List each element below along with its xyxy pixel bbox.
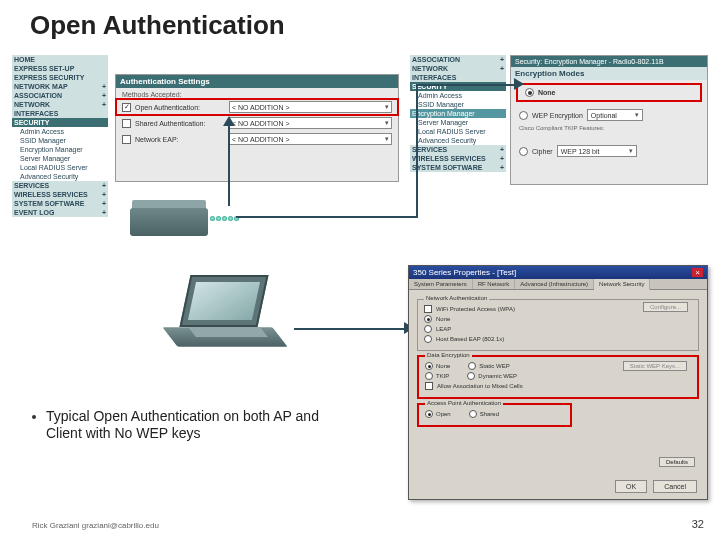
enc-cipher-select[interactable]: WEP 128 bit▾ bbox=[557, 145, 637, 157]
nav-item[interactable]: Server Manager bbox=[410, 118, 506, 127]
radio-icon[interactable] bbox=[425, 362, 433, 370]
enc-wep-select[interactable]: Optional▾ bbox=[587, 109, 643, 121]
option-label: None bbox=[436, 363, 450, 369]
auth-method-row[interactable]: ✓Open Authentication:< NO ADDITION >▾ bbox=[116, 99, 398, 115]
checkbox-icon[interactable] bbox=[425, 382, 433, 390]
dialog-titlebar: 350 Series Properties - [Test] × bbox=[409, 266, 707, 279]
checkbox-icon[interactable] bbox=[424, 305, 432, 313]
checkbox-icon[interactable] bbox=[122, 119, 131, 128]
enc-cipher-row[interactable]: Cipher WEP 128 bit▾ bbox=[511, 141, 707, 161]
auth-method-select[interactable]: < NO ADDITION >▾ bbox=[229, 133, 392, 145]
nav-item[interactable]: Local RADIUS Server bbox=[12, 163, 108, 172]
auth-method-select[interactable]: < NO ADDITION >▾ bbox=[229, 101, 392, 113]
nav-item[interactable]: WIRELESS SERVICES+ bbox=[12, 190, 108, 199]
configure-button[interactable]: Configure... bbox=[643, 302, 688, 312]
checkbox-icon[interactable]: ✓ bbox=[122, 103, 131, 112]
nav-item[interactable]: Encryption Manager bbox=[12, 145, 108, 154]
nav-item[interactable]: SYSTEM SOFTWARE+ bbox=[410, 163, 506, 172]
defaults-button[interactable]: Defaults bbox=[659, 457, 695, 467]
nav-item[interactable]: INTERFACES bbox=[410, 73, 506, 82]
nav-item[interactable]: Server Manager bbox=[12, 154, 108, 163]
radio-icon[interactable] bbox=[424, 315, 432, 323]
auth-method-row[interactable]: Network EAP:< NO ADDITION >▾ bbox=[116, 131, 398, 147]
tab-network-security[interactable]: Network Security bbox=[594, 279, 650, 290]
nav-item[interactable]: SECURITY bbox=[12, 118, 108, 127]
checkbox-icon[interactable] bbox=[122, 135, 131, 144]
netauth-option[interactable]: None bbox=[424, 314, 692, 324]
auth-method-label: Open Authentication: bbox=[135, 104, 225, 111]
nav-item[interactable]: EVENT LOG+ bbox=[12, 208, 108, 217]
nav-item[interactable]: NETWORK+ bbox=[12, 100, 108, 109]
radio-icon[interactable] bbox=[425, 410, 433, 418]
nav-item[interactable]: ASSOCIATION+ bbox=[410, 55, 506, 64]
ok-button[interactable]: OK bbox=[615, 480, 647, 493]
radio-icon[interactable] bbox=[425, 372, 433, 380]
enc-option[interactable]: None bbox=[425, 362, 450, 370]
nav-item[interactable]: SSID Manager bbox=[410, 100, 506, 109]
enc-option[interactable]: Static WEP bbox=[468, 362, 509, 370]
auth-method-select[interactable]: < NO ADDITION >▾ bbox=[229, 117, 392, 129]
enc-cipher-label: Cipher bbox=[532, 148, 553, 155]
enc-option[interactable]: TKIP bbox=[425, 372, 449, 380]
nav-item[interactable]: SERVICES+ bbox=[12, 181, 108, 190]
nav-item[interactable]: INTERFACES bbox=[12, 109, 108, 118]
wpa-checkbox-row[interactable]: WiFi Protected Access (WPA) Configure... bbox=[424, 304, 692, 314]
nav-item[interactable]: Admin Access bbox=[12, 127, 108, 136]
tab-advanced-infrastructure-[interactable]: Advanced (Infrastructure) bbox=[515, 279, 594, 289]
static-wep-keys-button[interactable]: Static WEP Keys... bbox=[623, 361, 687, 371]
nav-item[interactable]: Advanced Security bbox=[410, 136, 506, 145]
enc-option[interactable]: Open bbox=[425, 410, 451, 418]
chevron-down-icon: ▾ bbox=[385, 119, 389, 127]
radio-icon[interactable] bbox=[519, 147, 528, 156]
slide-title: Open Authentication bbox=[30, 10, 285, 41]
nav-item[interactable]: SYSTEM SOFTWARE+ bbox=[12, 199, 108, 208]
nav-item[interactable]: EXPRESS SET-UP bbox=[12, 64, 108, 73]
netauth-option[interactable]: LEAP bbox=[424, 324, 692, 334]
nav-item[interactable]: NETWORK MAP+ bbox=[12, 82, 108, 91]
mixed-cells-row[interactable]: Allow Association to Mixed Cells bbox=[425, 381, 691, 391]
nav-item[interactable]: Local RADIUS Server bbox=[410, 127, 506, 136]
nav-item[interactable]: WIRELESS SERVICES+ bbox=[410, 154, 506, 163]
arrow-right-icon bbox=[514, 78, 524, 90]
group-network-auth: Network Authentication WiFi Protected Ac… bbox=[417, 299, 699, 351]
mixed-cells-label: Allow Association to Mixed Cells bbox=[437, 383, 523, 389]
group-legend: Network Authentication bbox=[424, 295, 489, 301]
nav-item[interactable]: SSID Manager bbox=[12, 136, 108, 145]
chevron-down-icon: ▾ bbox=[635, 111, 639, 119]
enc-none-row[interactable]: None bbox=[517, 84, 701, 101]
radio-icon[interactable] bbox=[525, 88, 534, 97]
enc-option[interactable]: Dynamic WEP bbox=[467, 372, 517, 380]
radio-icon[interactable] bbox=[519, 111, 528, 120]
nav-item[interactable]: EXPRESS SECURITY bbox=[12, 73, 108, 82]
tab-system-parameters[interactable]: System Parameters bbox=[409, 279, 473, 289]
cancel-button[interactable]: Cancel bbox=[653, 480, 697, 493]
option-label: Shared bbox=[480, 411, 499, 417]
dialog-tabs: System ParametersRF NetworkAdvanced (Inf… bbox=[409, 279, 707, 290]
nav-item[interactable]: ASSOCIATION+ bbox=[12, 91, 108, 100]
wpa-label: WiFi Protected Access (WPA) bbox=[436, 306, 515, 312]
nav-item[interactable]: Advanced Security bbox=[12, 172, 108, 181]
enc-option[interactable]: Shared bbox=[469, 410, 499, 418]
nav-item[interactable]: HOME bbox=[12, 55, 108, 64]
enc-wep-row[interactable]: WEP Encryption Optional▾ bbox=[511, 105, 707, 125]
nav-item[interactable]: Admin Access bbox=[410, 91, 506, 100]
nav-item[interactable]: NETWORK+ bbox=[410, 64, 506, 73]
encryption-panel: Security: Encryption Manager - Radio0-80… bbox=[510, 55, 708, 185]
client-properties-dialog: 350 Series Properties - [Test] × System … bbox=[408, 265, 708, 500]
nav-item[interactable]: SERVICES+ bbox=[410, 145, 506, 154]
option-label: None bbox=[436, 316, 450, 322]
arrow-up-icon bbox=[223, 116, 235, 126]
radio-icon[interactable] bbox=[468, 362, 476, 370]
radio-icon[interactable] bbox=[424, 325, 432, 333]
chevron-down-icon: ▾ bbox=[385, 135, 389, 143]
tab-rf-network[interactable]: RF Network bbox=[473, 279, 516, 289]
netauth-option[interactable]: Host Based EAP (802.1x) bbox=[424, 334, 692, 344]
radio-icon[interactable] bbox=[469, 410, 477, 418]
auth-method-row[interactable]: Shared Authentication:< NO ADDITION >▾ bbox=[116, 115, 398, 131]
nav-item[interactable]: Encryption Manager bbox=[410, 109, 506, 118]
close-icon[interactable]: × bbox=[692, 268, 703, 277]
radio-icon[interactable] bbox=[424, 335, 432, 343]
radio-icon[interactable] bbox=[467, 372, 475, 380]
page-number: 32 bbox=[692, 518, 704, 530]
auth-methods-label: Methods Accepted: bbox=[116, 88, 398, 99]
